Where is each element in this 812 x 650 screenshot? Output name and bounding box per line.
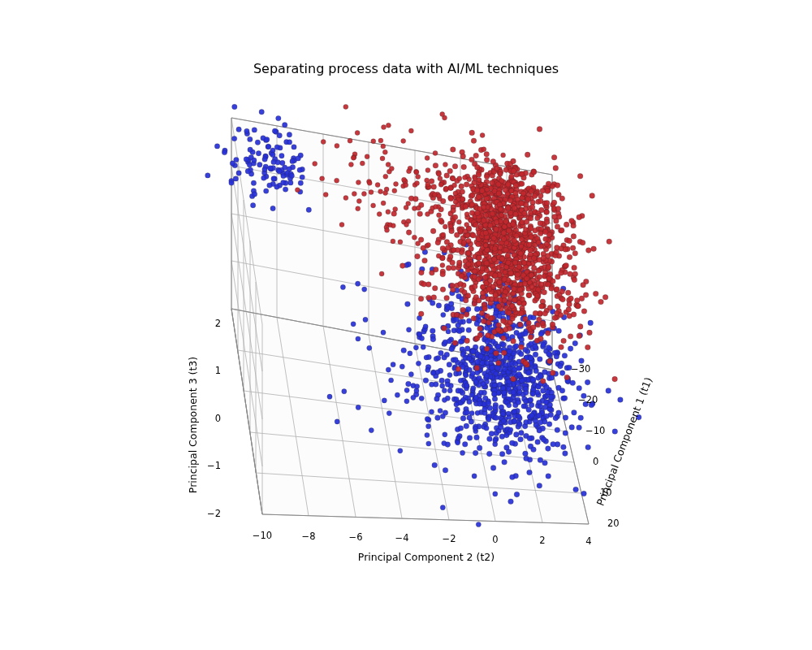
svg-point-2102 xyxy=(515,197,520,202)
svg-point-2348 xyxy=(323,193,328,197)
svg-point-295 xyxy=(490,466,496,471)
svg-point-1015 xyxy=(267,183,272,188)
svg-point-2107 xyxy=(483,230,489,236)
svg-point-2116 xyxy=(484,174,490,180)
svg-point-516 xyxy=(494,415,499,421)
svg-point-2316 xyxy=(348,138,352,143)
svg-point-2335 xyxy=(414,170,419,175)
svg-point-831 xyxy=(400,364,404,369)
y-axis-label: Principal Component 1 (t1) xyxy=(594,375,654,508)
svg-point-392 xyxy=(585,444,591,450)
x-tick-4: −2 xyxy=(443,533,456,544)
svg-point-1568 xyxy=(519,344,525,350)
svg-point-1006 xyxy=(289,173,294,178)
svg-point-1405 xyxy=(469,130,475,136)
svg-point-1949 xyxy=(531,256,537,262)
svg-point-2104 xyxy=(513,211,519,217)
svg-point-2330 xyxy=(425,178,430,183)
svg-point-2403 xyxy=(453,199,458,204)
y-tick-3: 0 xyxy=(593,456,598,467)
svg-point-1506 xyxy=(486,333,491,339)
svg-point-2289 xyxy=(412,235,417,240)
svg-point-737 xyxy=(474,321,480,327)
svg-point-2240 xyxy=(529,226,534,232)
svg-point-806 xyxy=(435,370,440,375)
svg-point-424 xyxy=(524,419,529,425)
svg-point-790 xyxy=(484,374,489,379)
svg-point-770 xyxy=(507,349,512,354)
z-axis-label: Principal Component 3 (t3) xyxy=(187,357,199,493)
svg-point-889 xyxy=(502,366,507,371)
svg-point-1569 xyxy=(444,173,450,179)
svg-point-1045 xyxy=(460,307,466,313)
svg-point-1298 xyxy=(570,245,576,251)
svg-point-1358 xyxy=(572,271,578,277)
svg-point-963 xyxy=(264,188,269,193)
svg-point-895 xyxy=(464,372,469,377)
svg-point-572 xyxy=(482,406,488,412)
svg-point-106 xyxy=(556,328,562,334)
svg-point-2197 xyxy=(535,215,541,221)
svg-point-1719 xyxy=(576,303,581,309)
svg-point-269 xyxy=(492,396,498,402)
svg-point-2193 xyxy=(563,247,568,253)
svg-point-562 xyxy=(438,350,444,356)
svg-point-1487 xyxy=(537,274,542,280)
svg-point-892 xyxy=(516,414,521,418)
svg-point-2395 xyxy=(451,176,456,181)
svg-point-730 xyxy=(499,424,504,430)
svg-point-416 xyxy=(486,417,491,422)
svg-point-2353 xyxy=(380,156,385,161)
svg-point-1615 xyxy=(484,261,490,266)
z-tick-4: 2 xyxy=(215,318,221,329)
svg-point-2037 xyxy=(469,210,475,216)
svg-point-1892 xyxy=(502,276,508,282)
svg-point-948 xyxy=(244,157,248,162)
svg-point-1177 xyxy=(607,239,612,245)
svg-point-2351 xyxy=(343,104,348,109)
svg-point-861 xyxy=(458,378,463,383)
svg-point-1013 xyxy=(290,158,295,163)
svg-point-2319 xyxy=(416,206,421,210)
x-tick-1: −8 xyxy=(302,531,316,542)
svg-point-691 xyxy=(555,427,560,433)
svg-point-320 xyxy=(466,318,472,324)
svg-point-2344 xyxy=(371,203,376,208)
svg-point-2125 xyxy=(508,198,513,204)
svg-point-2310 xyxy=(440,263,445,268)
svg-point-489 xyxy=(549,375,555,381)
svg-point-1670 xyxy=(547,358,553,364)
svg-point-1726 xyxy=(433,267,438,273)
svg-point-1705 xyxy=(537,317,542,323)
svg-point-1802 xyxy=(447,254,453,260)
svg-point-2262 xyxy=(482,218,487,223)
svg-point-345 xyxy=(578,415,584,421)
svg-point-734 xyxy=(487,405,493,411)
svg-point-1270 xyxy=(419,270,425,275)
svg-point-692 xyxy=(544,414,550,419)
svg-point-658 xyxy=(553,415,559,421)
svg-point-898 xyxy=(454,396,459,401)
svg-point-2169 xyxy=(494,227,499,232)
svg-point-747 xyxy=(546,351,552,357)
svg-point-2185 xyxy=(469,157,475,162)
svg-point-1284 xyxy=(444,240,450,245)
svg-point-1148 xyxy=(612,376,618,382)
svg-point-1821 xyxy=(533,310,538,316)
svg-point-1801 xyxy=(558,313,564,318)
svg-point-2165 xyxy=(545,188,551,194)
svg-point-411 xyxy=(526,407,532,413)
svg-point-798 xyxy=(408,372,413,377)
svg-point-520 xyxy=(558,363,564,369)
svg-point-961 xyxy=(300,175,304,180)
svg-point-2354 xyxy=(503,270,508,275)
svg-point-673 xyxy=(506,449,512,455)
svg-point-1884 xyxy=(544,241,550,247)
svg-point-975 xyxy=(283,123,287,128)
svg-point-1854 xyxy=(567,238,572,244)
svg-point-907 xyxy=(279,154,284,158)
svg-point-1583 xyxy=(464,312,469,318)
svg-point-2386 xyxy=(416,175,421,180)
svg-point-640 xyxy=(528,355,533,361)
svg-point-1005 xyxy=(292,145,296,150)
